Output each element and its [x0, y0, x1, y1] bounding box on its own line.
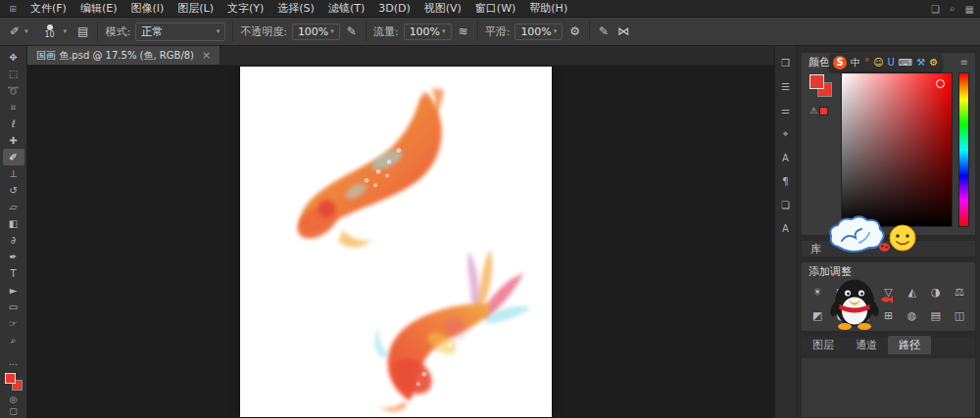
red-fish-sticker[interactable] [879, 295, 895, 304]
smoothing-gear-icon[interactable]: ⚙ [567, 24, 582, 38]
brush-panel-toggle-icon[interactable]: ▤ [75, 24, 90, 38]
foreground-color-swatch[interactable] [5, 373, 16, 384]
type-tool[interactable]: T [3, 265, 24, 282]
eyedropper-tool[interactable]: ℓ [3, 116, 24, 132]
menu-edit[interactable]: 编辑(E) [74, 0, 124, 18]
color-picker-cursor[interactable] [936, 79, 945, 88]
adjustment-color-lookup[interactable]: ⊞ [876, 305, 900, 325]
menu-image[interactable]: 图像(I) [123, 0, 171, 18]
gradient-tool[interactable]: ◧ [3, 215, 24, 232]
canvas[interactable] [27, 66, 774, 418]
ime-chinese-mode-icon[interactable]: 中 [851, 56, 860, 70]
pen-tool[interactable]: ✒ [3, 249, 24, 265]
adjustment-invert[interactable]: ◍ [901, 305, 924, 325]
quick-mask-icon[interactable]: ◎ [10, 395, 18, 404]
clone-stamp-tool[interactable]: ⊥ [3, 165, 24, 182]
ime-settings-icon[interactable]: ⚙ [929, 56, 938, 70]
sogou-logo-icon[interactable]: S [833, 56, 847, 70]
paths-panel-body[interactable] [801, 358, 976, 418]
crop-tool[interactable]: ⌗ [3, 99, 24, 116]
chevron-down-icon: ▾ [24, 27, 28, 35]
gamut-warning-icon[interactable]: ⚠ [809, 106, 817, 116]
saturation-brightness-field[interactable] [841, 72, 953, 227]
menu-select[interactable]: 选择(S) [270, 0, 321, 18]
glyphs-panel-icon[interactable]: ❏ [781, 200, 790, 210]
arrange-panel-icon[interactable]: ❐ [781, 58, 790, 69]
path-select-tool[interactable]: ► [3, 282, 24, 299]
chick-emoji-sticker[interactable] [888, 223, 917, 253]
adjustment-threshold[interactable]: ◫ [948, 305, 971, 325]
ime-voice-icon[interactable]: U [887, 56, 894, 70]
menu-view[interactable]: 视图(V) [417, 0, 468, 18]
adjustment-hue-saturation[interactable]: ◑ [924, 282, 948, 302]
divider [477, 22, 478, 41]
shape-tool[interactable]: ▭ [3, 299, 24, 315]
brush-icon: ✐ [9, 153, 17, 163]
character-styles-panel-icon[interactable]: A [782, 223, 789, 234]
flow-input[interactable]: 100% ▾ [404, 23, 452, 40]
artboard[interactable] [240, 67, 552, 417]
foreground-color-swatch[interactable] [809, 74, 824, 89]
panel-menu-icon[interactable]: ≡ [960, 57, 968, 68]
gamut-color-swatch[interactable] [819, 107, 828, 116]
ime-toolbox-icon[interactable]: ⚒ [916, 56, 925, 70]
pressure-size-icon[interactable]: ✎ [597, 24, 611, 38]
workspace-icon[interactable]: ▦ [965, 4, 974, 15]
brush-size-picker[interactable]: 10 ▾ [37, 23, 72, 41]
menu-filter[interactable]: 滤镜(T) [321, 0, 371, 18]
tab-layers[interactable]: 图层 [802, 336, 845, 354]
smoothing-input[interactable]: 100% ▾ [514, 23, 563, 40]
tool-preset-picker[interactable]: ✐ ▾ [6, 23, 32, 40]
chevron-down-icon: ▾ [442, 27, 446, 35]
airbrush-icon[interactable]: ≋ [457, 24, 470, 38]
adjustment-black-white[interactable]: ◩ [806, 305, 829, 325]
arrange-documents-icon[interactable]: ❏ [931, 4, 940, 15]
menu-3d[interactable]: 3D(D) [371, 0, 417, 18]
color-panel-tab[interactable]: 颜色 [808, 55, 830, 70]
marquee-tool[interactable]: ⬚ [3, 66, 24, 82]
adjustment-vibrance[interactable]: ◭ [901, 282, 924, 302]
brush-tool[interactable]: ✐ [3, 149, 24, 165]
ime-emoji-icon[interactable]: ☺ [873, 56, 883, 70]
menu-help[interactable]: 帮助(H) [522, 0, 574, 18]
menu-type[interactable]: 文字(Y) [220, 0, 270, 18]
blur-tool[interactable]: ∂ [3, 232, 24, 249]
blend-mode-select[interactable]: 正常 ▾ [135, 23, 225, 41]
ime-keyboard-icon[interactable]: ⌨ [899, 56, 912, 70]
eraser-tool[interactable]: ▱ [3, 199, 24, 215]
ime-punctuation-icon[interactable]: ° [864, 56, 869, 70]
document-area: 国画 鱼.psd @ 17.5% (鱼, RGB/8) × [27, 46, 774, 418]
close-icon[interactable]: × [202, 49, 211, 62]
adjustment-color-balance[interactable]: ⚖ [948, 282, 971, 302]
document-tab[interactable]: 国画 鱼.psd @ 17.5% (鱼, RGB/8) × [27, 46, 220, 65]
clone-source-panel-icon[interactable]: ⌖ [783, 128, 789, 140]
opacity-input[interactable]: 100% ▾ [292, 23, 340, 40]
search-icon[interactable]: ⌕ [950, 3, 956, 15]
pressure-opacity-icon[interactable]: ✎ [345, 24, 359, 38]
symmetry-icon[interactable]: ⋈ [615, 24, 631, 38]
character-panel-icon[interactable]: A [782, 153, 789, 163]
move-tool[interactable]: ✥ [3, 49, 24, 66]
adjustment-brightness-contrast[interactable]: ☀ [806, 282, 829, 302]
screen-mode-icon[interactable]: ▢ [9, 406, 18, 416]
hue-slider[interactable] [958, 72, 969, 227]
menu-layer[interactable]: 图层(L) [171, 0, 220, 18]
flow-label: 流量: [373, 24, 399, 39]
zoom-tool[interactable]: ⌕ [3, 332, 24, 348]
paragraph-panel-icon[interactable]: ¶ [782, 176, 788, 187]
tab-channels[interactable]: 通道 [845, 336, 888, 354]
lasso-tool[interactable]: ➰ [3, 82, 24, 99]
adjustments-grid: ☀ ▥ ∫ ▽ ◭ ◑ ⚖ ◩ ◐ ▦ ⊞ ◍ ▤ ◫ [802, 280, 975, 331]
history-brush-tool[interactable]: ↺ [3, 182, 24, 199]
qq-penguin-sticker[interactable] [829, 275, 880, 331]
tab-paths[interactable]: 路径 [888, 336, 931, 354]
properties-panel-icon[interactable]: ☰ [781, 81, 790, 92]
healing-brush-tool[interactable]: ✚ [3, 132, 24, 149]
edit-toolbar-icon[interactable]: ⋯ [9, 359, 18, 369]
adjustment-posterize[interactable]: ▤ [924, 305, 948, 325]
hand-tool[interactable]: ☞ [3, 315, 24, 332]
color-swatches[interactable] [5, 373, 23, 391]
menu-file[interactable]: 文件(F) [24, 0, 74, 18]
menu-window[interactable]: 窗口(W) [468, 0, 522, 18]
adjustments-panel-icon[interactable]: ⚌ [781, 105, 790, 116]
